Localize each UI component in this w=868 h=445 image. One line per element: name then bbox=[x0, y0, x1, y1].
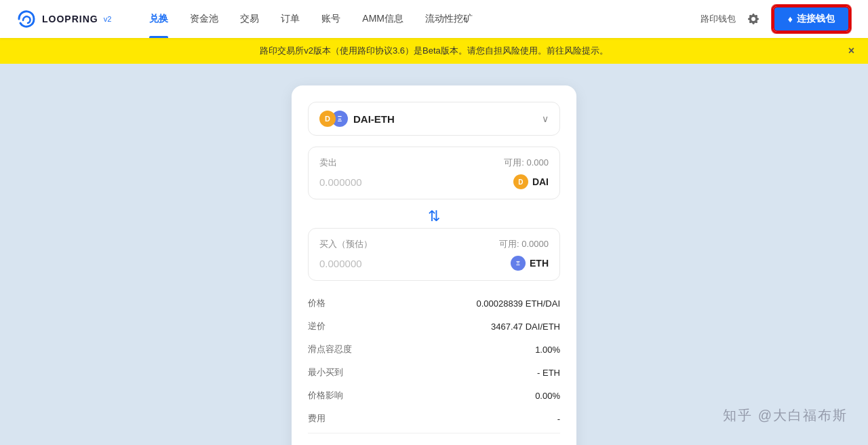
wallet-link[interactable]: 路印钱包 bbox=[701, 13, 736, 25]
price-impact-value: 0.00% bbox=[535, 391, 560, 401]
reverse-price-value: 3467.47 DAI/ETH bbox=[491, 322, 560, 332]
swap-arrows-icon: ⇅ bbox=[428, 208, 440, 225]
header-right: 路印钱包 ♦ 连接钱包 bbox=[701, 4, 852, 34]
sell-input-box: 卖出 可用: 0.000 D DAI bbox=[308, 147, 560, 199]
divider bbox=[308, 433, 560, 433]
buy-label: 买入（预估） bbox=[319, 238, 372, 250]
buy-amount-input[interactable] bbox=[319, 258, 511, 269]
min-buy-row: 最小买到 - ETH bbox=[308, 361, 560, 384]
token-pair-label: DAI-ETH bbox=[353, 113, 395, 125]
min-buy-value: - ETH bbox=[537, 368, 560, 378]
fee-value: - bbox=[557, 414, 560, 424]
price-impact-label: 价格影响 bbox=[308, 389, 343, 402]
nav-item-account[interactable]: 账号 bbox=[311, 0, 351, 38]
sell-amount-input[interactable] bbox=[319, 176, 513, 188]
connect-wallet-button[interactable]: ♦ 连接钱包 bbox=[773, 6, 850, 32]
chevron-down-icon: ∨ bbox=[542, 113, 549, 124]
sell-input-row: D DAI bbox=[319, 174, 549, 189]
slippage-value: 1.00% bbox=[535, 345, 560, 355]
buy-input-box: 买入（预估） 可用: 0.0000 Ξ ETH bbox=[308, 228, 560, 281]
min-buy-label: 最小买到 bbox=[308, 366, 343, 379]
buy-input-header: 买入（预估） 可用: 0.0000 bbox=[319, 238, 549, 250]
sell-label: 卖出 bbox=[319, 157, 337, 169]
reverse-price-label: 逆价 bbox=[308, 320, 326, 332]
wallet-icon: ♦ bbox=[788, 14, 793, 24]
loopring-logo-icon bbox=[16, 8, 38, 30]
swap-info-section: 价格 0.00028839 ETH/DAI 逆价 3467.47 DAI/ETH… bbox=[308, 292, 560, 445]
reverse-price-row: 逆价 3467.47 DAI/ETH bbox=[308, 315, 560, 338]
price-impact-row: 价格影响 0.00% bbox=[308, 384, 560, 407]
nav-item-order[interactable]: 订单 bbox=[270, 0, 311, 38]
token-pair-selector[interactable]: D Ξ DAI-ETH ∨ bbox=[308, 102, 560, 136]
sell-balance: 可用: 0.000 bbox=[504, 157, 549, 169]
nav-item-pool[interactable]: 资金池 bbox=[179, 0, 229, 38]
dai-icon: D bbox=[319, 111, 336, 127]
buy-balance: 可用: 0.0000 bbox=[499, 238, 549, 250]
price-value: 0.00028839 ETH/DAI bbox=[476, 298, 560, 309]
connect-btn-label: 连接钱包 bbox=[797, 13, 835, 25]
sell-token-label: DAI bbox=[532, 176, 549, 187]
banner-close-button[interactable]: × bbox=[848, 45, 854, 57]
nav-item-amm[interactable]: AMM信息 bbox=[351, 0, 414, 38]
main-nav: 兑换 资金池 交易 订单 账号 AMM信息 流动性挖矿 bbox=[138, 0, 701, 38]
slippage-row: 滑点容忍度 1.00% bbox=[308, 338, 560, 361]
swap-direction-button[interactable]: ⇅ bbox=[308, 205, 560, 228]
price-row: 价格 0.00028839 ETH/DAI bbox=[308, 292, 560, 315]
buy-token-tag: Ξ ETH bbox=[511, 256, 549, 271]
sell-dai-icon: D bbox=[513, 174, 528, 189]
token-pair-display: D Ξ DAI-ETH bbox=[319, 111, 395, 127]
fee-label: 费用 bbox=[308, 412, 326, 425]
sell-token-tag: D DAI bbox=[513, 174, 549, 189]
settings-icon[interactable] bbox=[747, 12, 760, 26]
price-label: 价格 bbox=[308, 297, 326, 309]
logo-area: LOOPRING v2 bbox=[16, 8, 111, 30]
version-badge: v2 bbox=[104, 15, 112, 23]
banner-text: 路印交易所v2版本（使用路印协议3.6）是Beta版本。请您自担风险使用。前往风… bbox=[260, 45, 608, 57]
buy-token-label: ETH bbox=[530, 258, 549, 269]
swap-card: D Ξ DAI-ETH ∨ 卖出 可用: 0.000 D DAI bbox=[292, 85, 576, 445]
buy-input-row: Ξ ETH bbox=[319, 256, 549, 271]
logo-text: LOOPRING bbox=[42, 14, 98, 24]
nav-item-trade[interactable]: 交易 bbox=[229, 0, 270, 38]
fee-row: 费用 - bbox=[308, 407, 560, 430]
beta-banner: 路印交易所v2版本（使用路印协议3.6）是Beta版本。请您自担风险使用。前往风… bbox=[0, 38, 868, 64]
nav-item-swap[interactable]: 兑换 bbox=[138, 0, 179, 38]
sell-input-header: 卖出 可用: 0.000 bbox=[319, 157, 549, 169]
nav-item-mining[interactable]: 流动性挖矿 bbox=[414, 0, 484, 38]
main-content: D Ξ DAI-ETH ∨ 卖出 可用: 0.000 D DAI bbox=[0, 64, 868, 445]
token-pair-icons: D Ξ bbox=[319, 111, 348, 127]
slippage-label: 滑点容忍度 bbox=[308, 343, 352, 355]
connect-btn-wrapper: ♦ 连接钱包 bbox=[771, 4, 852, 34]
buy-eth-icon: Ξ bbox=[511, 256, 526, 271]
header: LOOPRING v2 兑换 资金池 交易 订单 账号 AMM信息 流动性挖矿 … bbox=[0, 0, 868, 38]
